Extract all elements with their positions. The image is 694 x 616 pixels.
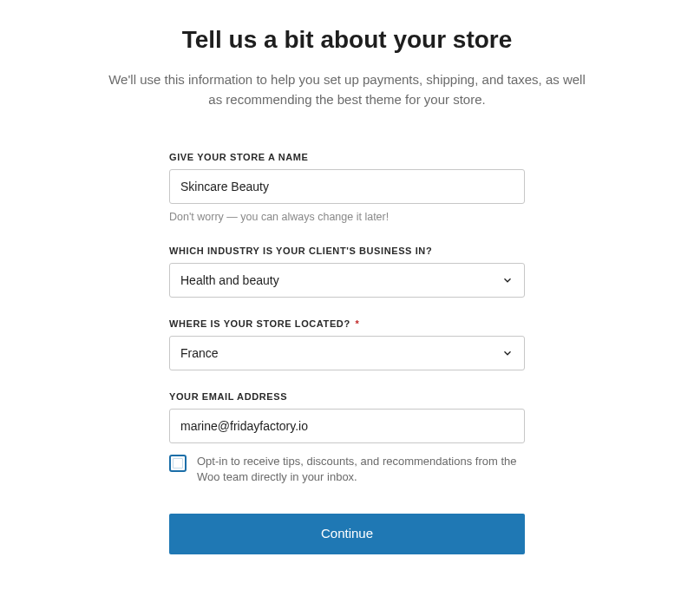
location-selected-value: France bbox=[180, 346, 219, 360]
store-name-label: GIVE YOUR STORE A NAME bbox=[169, 152, 525, 162]
onboarding-form-container: Tell us a bit about your store We'll use… bbox=[0, 0, 694, 554]
optin-checkbox[interactable] bbox=[169, 455, 187, 472]
page-title: Tell us a bit about your store bbox=[87, 26, 607, 54]
optin-label: Opt-in to receive tips, discounts, and r… bbox=[197, 454, 525, 487]
industry-selected-value: Health and beauty bbox=[180, 273, 279, 287]
continue-button[interactable]: Continue bbox=[169, 514, 525, 554]
industry-select[interactable]: Health and beauty bbox=[169, 263, 525, 298]
industry-label: WHICH INDUSTRY IS YOUR CLIENT'S BUSINESS… bbox=[169, 246, 525, 256]
store-name-helper: Don't worry — you can always change it l… bbox=[169, 211, 525, 223]
location-select[interactable]: France bbox=[169, 336, 525, 370]
optin-row: Opt-in to receive tips, discounts, and r… bbox=[169, 454, 525, 487]
location-group: WHERE IS YOUR STORE LOCATED? * France bbox=[169, 318, 525, 370]
store-name-group: GIVE YOUR STORE A NAME Don't worry — you… bbox=[169, 152, 525, 223]
industry-group: WHICH INDUSTRY IS YOUR CLIENT'S BUSINESS… bbox=[169, 246, 525, 298]
location-label: WHERE IS YOUR STORE LOCATED? * bbox=[169, 318, 525, 329]
chevron-down-icon bbox=[501, 274, 514, 286]
store-name-input[interactable] bbox=[169, 169, 525, 204]
page-subtitle: We'll use this information to help you s… bbox=[104, 69, 590, 110]
email-label: YOUR EMAIL ADDRESS bbox=[169, 391, 525, 402]
location-label-text: WHERE IS YOUR STORE LOCATED? bbox=[169, 318, 350, 329]
chevron-down-icon bbox=[501, 347, 514, 359]
email-input[interactable] bbox=[169, 409, 525, 443]
store-profile-form: GIVE YOUR STORE A NAME Don't worry — you… bbox=[169, 152, 525, 555]
required-marker: * bbox=[355, 318, 359, 329]
email-group: YOUR EMAIL ADDRESS bbox=[169, 391, 525, 443]
